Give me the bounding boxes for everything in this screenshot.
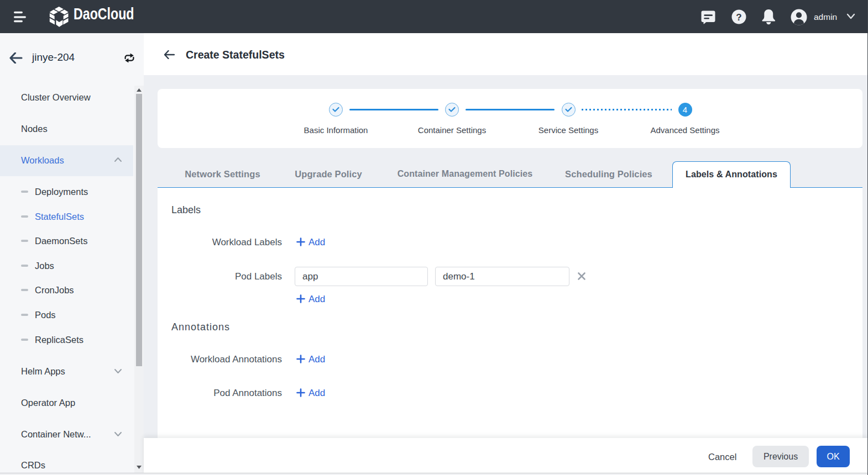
svg-text:?: ?: [736, 12, 741, 23]
